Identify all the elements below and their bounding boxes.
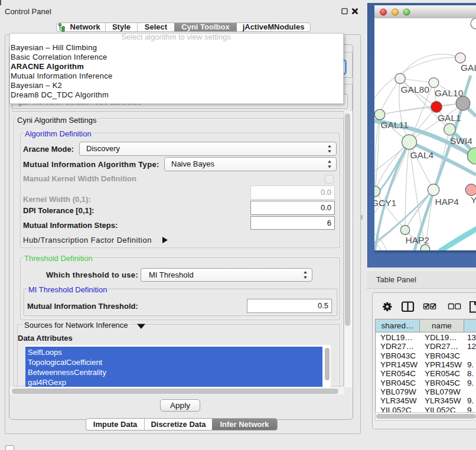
svg-text:SWI4: SWI4: [450, 136, 472, 146]
svg-text:GAL10: GAL10: [435, 88, 464, 98]
svg-text:GAL11: GAL11: [381, 120, 409, 130]
svg-text:GCY1: GCY1: [374, 198, 396, 208]
svg-text:GAL4: GAL4: [410, 150, 434, 160]
svg-text:HAP4: HAP4: [435, 197, 459, 207]
svg-text:YJL: YJL: [471, 195, 476, 205]
svg-text:GAL1: GAL1: [438, 113, 461, 123]
svg-text:GAL80: GAL80: [401, 84, 430, 94]
svg-text:GAL2: GAL2: [461, 63, 476, 73]
svg-text:HAP2: HAP2: [406, 235, 430, 245]
